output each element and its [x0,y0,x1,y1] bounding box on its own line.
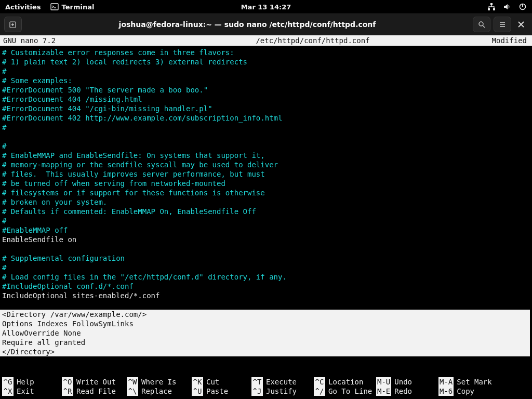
shortcut-key: ^J [251,387,263,396]
nano-modified-status: Modified [470,36,532,45]
shortcut-location: ^CLocation [314,377,376,387]
editor-line: EnableSendfile on [2,235,530,244]
activities-button[interactable]: Activities [5,3,41,11]
editor-line: # Supplemental configuration [2,254,530,263]
shortcut-label: Help [17,377,34,387]
editor-line: # filesystems or if support for these fu… [2,188,530,197]
shortcut-key: ^K [192,377,203,387]
shortcut-key: ^U [192,387,203,396]
editor-line: IncludeOptional sites-enabled/*.conf [2,291,530,300]
shortcut-undo: M-UUndo [376,377,438,387]
shortcut-redo: M-ERedo [376,387,438,396]
shortcut-label: Go To Line [328,387,372,396]
shortcut-execute: ^TExecute [251,377,314,387]
search-button[interactable] [473,17,490,32]
shortcut-set-mark: M-ASet Mark [438,377,511,387]
editor-line: # Load config files in the "/etc/httpd/c… [2,272,530,282]
editor-line [2,244,530,254]
shortcut-label: Read File [76,387,116,396]
shortcut-key: ^\ [127,387,138,396]
svg-rect-4 [493,8,495,10]
editor-content[interactable]: # Customizable error responses come in t… [0,46,532,310]
shortcut-key: ^R [62,387,73,396]
selection-line: <Directory /var/www/example.com/> [2,310,530,319]
shortcut-key: ^C [314,377,325,387]
shortcut-read-file: ^RRead File [62,387,127,396]
shortcut-label: Cut [206,377,219,387]
svg-rect-2 [490,3,493,5]
shortcut-paste: ^UPaste [192,387,251,396]
nano-version: GNU nano 7.2 [0,36,156,45]
nano-file-path: /etc/httpd/conf/httpd.conf [156,36,470,45]
shortcut-cut: ^KCut [192,377,251,387]
selection-line: </Directory> [2,347,530,356]
shortcut-key: ^W [127,377,138,387]
window-title: joshua@fedora-linux:~ — sudo nano /etc/h… [25,20,470,29]
shortcut-key: M-6 [438,387,454,396]
editor-line [2,300,530,310]
editor-line: #ErrorDocument 500 "The server made a bo… [2,85,530,95]
active-app-label: Terminal [62,3,95,11]
shortcut-exit: ^XExit [2,387,62,396]
editor-line: # 1) plain text 2) local redirects 3) ex… [2,57,530,66]
shortcut-label: Undo [394,377,412,387]
shortcut-label: Write Out [76,377,116,387]
editor-line: # Defaults if commented: EnableMMAP On, … [2,207,530,216]
shortcut-key: ^G [2,377,14,387]
window-close-button[interactable] [514,18,528,31]
window-header-bar: joshua@fedora-linux:~ — sudo nano /etc/h… [0,14,532,35]
clock[interactable]: Mar 13 14:27 [241,3,291,11]
editor-line: # memory-mapping or the sendfile syscall… [2,160,530,169]
shortcut-go-to-line: ^/Go To Line [314,387,376,396]
search-icon [477,20,486,29]
shortcut-key: ^O [62,377,73,387]
hamburger-icon [498,20,507,29]
network-icon[interactable] [487,3,496,11]
editor-line [2,132,530,141]
shortcut-label: Exit [17,387,34,396]
editor-line: #ErrorDocument 402 http://www.example.co… [2,113,530,123]
svg-line-11 [483,25,485,28]
editor-line: # [2,141,530,151]
shortcut-key: ^X [2,387,14,396]
editor-selection[interactable]: <Directory /var/www/example.com/>Options… [0,310,530,356]
shortcut-key: M-U [376,377,391,387]
svg-rect-3 [488,8,490,10]
shortcut-label: Location [328,377,363,387]
close-icon [517,21,525,28]
terminal-icon [50,3,59,11]
shortcut-where-is: ^WWhere Is [127,377,192,387]
new-tab-button[interactable] [4,17,22,32]
hamburger-menu-button[interactable] [494,17,511,32]
selection-line: Require all granted [2,338,530,347]
shortcut-copy: M-6Copy [438,387,511,396]
editor-line: # broken on your system. [2,197,530,207]
editor-line: # EnableMMAP and EnableSendfile: On syst… [2,151,530,160]
shortcut-justify: ^JJustify [251,387,314,396]
volume-icon[interactable] [503,3,511,11]
shortcut-key: M-A [438,377,454,387]
shortcut-label: Copy [457,387,474,396]
editor-line: # [2,216,530,225]
active-app-indicator[interactable]: Terminal [50,3,95,11]
editor-line: # [2,123,530,132]
editor-line: # Customizable error responses come in t… [2,48,530,57]
shortcut-label: Execute [266,377,297,387]
editor-line: # [2,263,530,272]
nano-shortcut-bar: ^GHelp^OWrite Out^WWhere Is^KCut^TExecut… [0,377,532,396]
editor-line: # [2,66,530,76]
editor-line: #EnableMMAP off [2,225,530,235]
shortcut-label: Paste [206,387,228,396]
shortcut-label: Set Mark [457,377,491,387]
shortcut-label: Justify [266,387,297,396]
svg-rect-0 [51,4,58,10]
selection-line: Options Indexes FollowSymLinks [2,319,530,328]
power-icon[interactable] [518,3,527,11]
shortcut-help: ^GHelp [2,377,62,387]
shortcut-replace: ^\Replace [127,387,192,396]
shortcut-write-out: ^OWrite Out [62,377,127,387]
editor-line: # files. This usually improves server pe… [2,169,530,179]
shortcut-key: ^T [251,377,263,387]
nano-title-bar: GNU nano 7.2 /etc/httpd/conf/httpd.conf … [0,35,532,46]
editor-line: #IncludeOptional conf.d/*.conf [2,282,530,291]
